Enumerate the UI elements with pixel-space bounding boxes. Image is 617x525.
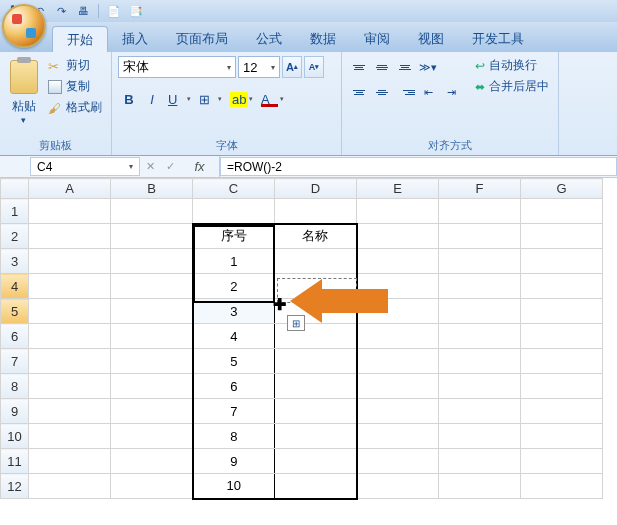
- formula-input[interactable]: =ROW()-2: [220, 157, 617, 176]
- cell[interactable]: [111, 249, 193, 274]
- cell-D4[interactable]: [275, 274, 357, 299]
- qat-redo-icon[interactable]: ↷: [53, 3, 69, 19]
- cell[interactable]: [111, 274, 193, 299]
- cell[interactable]: [439, 474, 521, 499]
- col-header-D[interactable]: D: [275, 179, 357, 199]
- row-header-3[interactable]: 3: [1, 249, 29, 274]
- cell[interactable]: [521, 224, 603, 249]
- increase-indent-button[interactable]: ⇥: [440, 81, 462, 103]
- align-bottom-button[interactable]: [394, 56, 416, 78]
- cell[interactable]: [439, 424, 521, 449]
- cell[interactable]: [521, 424, 603, 449]
- italic-button[interactable]: I: [141, 88, 163, 110]
- row-header-8[interactable]: 8: [1, 374, 29, 399]
- tab-page-layout[interactable]: 页面布局: [162, 26, 242, 52]
- qat-print-icon[interactable]: 🖶: [75, 3, 91, 19]
- fill-color-button[interactable]: ab: [226, 88, 256, 110]
- font-color-button[interactable]: A: [257, 88, 287, 110]
- col-header-E[interactable]: E: [357, 179, 439, 199]
- align-left-button[interactable]: [348, 81, 370, 103]
- border-button[interactable]: ⊞: [195, 88, 225, 110]
- tab-data[interactable]: 数据: [296, 26, 350, 52]
- align-top-button[interactable]: [348, 56, 370, 78]
- tab-formulas[interactable]: 公式: [242, 26, 296, 52]
- cell[interactable]: [357, 424, 439, 449]
- font-size-select[interactable]: 12▾: [238, 56, 280, 78]
- cell[interactable]: [111, 199, 193, 224]
- cell[interactable]: [111, 224, 193, 249]
- decrease-indent-button[interactable]: ⇤: [417, 81, 439, 103]
- cell[interactable]: [275, 199, 357, 224]
- qat-extra2-icon[interactable]: 📑: [128, 3, 144, 19]
- row-header-11[interactable]: 11: [1, 449, 29, 474]
- cell[interactable]: [439, 224, 521, 249]
- cell-C12[interactable]: 10: [193, 474, 275, 499]
- row-header-6[interactable]: 6: [1, 324, 29, 349]
- cell[interactable]: [29, 449, 111, 474]
- cell[interactable]: [521, 474, 603, 499]
- cell-D7[interactable]: [275, 349, 357, 374]
- cell[interactable]: [521, 449, 603, 474]
- cell[interactable]: [29, 249, 111, 274]
- cell[interactable]: [357, 449, 439, 474]
- row-header-4[interactable]: 4: [1, 274, 29, 299]
- cell[interactable]: [111, 324, 193, 349]
- cell[interactable]: [111, 349, 193, 374]
- cell-D10[interactable]: [275, 424, 357, 449]
- cell-C3[interactable]: 1: [193, 249, 275, 274]
- format-painter-button[interactable]: 🖌格式刷: [45, 98, 105, 117]
- cancel-formula-icon[interactable]: ✕: [140, 160, 160, 173]
- cell-C10[interactable]: 8: [193, 424, 275, 449]
- cell-C9[interactable]: 7: [193, 399, 275, 424]
- bold-button[interactable]: B: [118, 88, 140, 110]
- cell-D8[interactable]: [275, 374, 357, 399]
- cell-D2[interactable]: 名称: [275, 224, 357, 249]
- cell[interactable]: [29, 399, 111, 424]
- cell[interactable]: [439, 324, 521, 349]
- cell-D3[interactable]: [275, 249, 357, 274]
- col-header-C[interactable]: C: [193, 179, 275, 199]
- cell[interactable]: [111, 449, 193, 474]
- cell[interactable]: [357, 374, 439, 399]
- cell[interactable]: [439, 274, 521, 299]
- cell[interactable]: [439, 249, 521, 274]
- cell[interactable]: [357, 324, 439, 349]
- tab-view[interactable]: 视图: [404, 26, 458, 52]
- cell-D12[interactable]: [275, 474, 357, 499]
- col-header-B[interactable]: B: [111, 179, 193, 199]
- cell[interactable]: [521, 199, 603, 224]
- cell[interactable]: [29, 224, 111, 249]
- cell-C4[interactable]: 2: [193, 274, 275, 299]
- name-box[interactable]: C4▾: [30, 157, 140, 176]
- cell[interactable]: [521, 349, 603, 374]
- underline-button[interactable]: U: [164, 88, 194, 110]
- col-header-F[interactable]: F: [439, 179, 521, 199]
- row-header-9[interactable]: 9: [1, 399, 29, 424]
- cell[interactable]: [357, 249, 439, 274]
- cell[interactable]: [29, 299, 111, 324]
- cell[interactable]: [521, 299, 603, 324]
- cell[interactable]: [439, 349, 521, 374]
- col-header-G[interactable]: G: [521, 179, 603, 199]
- cell[interactable]: [29, 474, 111, 499]
- tab-insert[interactable]: 插入: [108, 26, 162, 52]
- cell[interactable]: [439, 299, 521, 324]
- cell[interactable]: [521, 249, 603, 274]
- cell[interactable]: [521, 374, 603, 399]
- row-header-10[interactable]: 10: [1, 424, 29, 449]
- cell[interactable]: [521, 324, 603, 349]
- cell[interactable]: [521, 399, 603, 424]
- cell-C7[interactable]: 5: [193, 349, 275, 374]
- copy-button[interactable]: 复制: [45, 77, 105, 96]
- tab-home[interactable]: 开始: [52, 26, 108, 52]
- cell[interactable]: [521, 274, 603, 299]
- font-name-select[interactable]: 宋体▾: [118, 56, 236, 78]
- merge-center-button[interactable]: ⬌合并后居中: [472, 77, 552, 96]
- row-header-5[interactable]: 5: [1, 299, 29, 324]
- cell[interactable]: [357, 474, 439, 499]
- cell[interactable]: [111, 424, 193, 449]
- cell-C2[interactable]: 序号: [193, 224, 275, 249]
- row-header-7[interactable]: 7: [1, 349, 29, 374]
- cut-button[interactable]: ✂剪切: [45, 56, 105, 75]
- cell-D11[interactable]: [275, 449, 357, 474]
